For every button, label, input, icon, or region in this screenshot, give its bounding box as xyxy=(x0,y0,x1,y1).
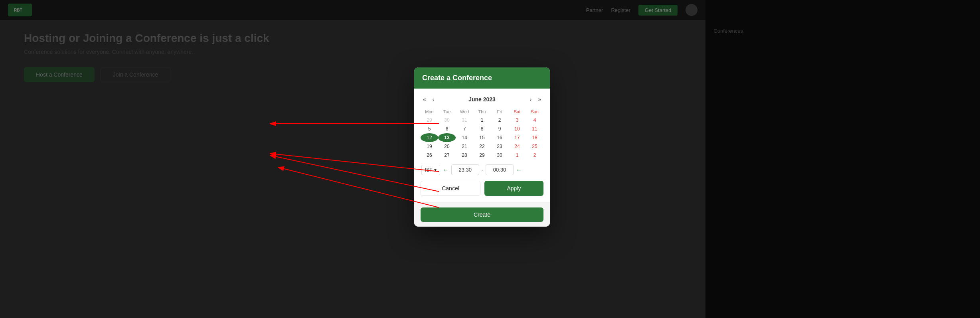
cal-day[interactable]: 2 xyxy=(491,116,508,124)
cal-day[interactable]: 17 xyxy=(508,133,526,142)
next-year-button[interactable]: » xyxy=(535,95,543,104)
cal-day[interactable]: 6 xyxy=(438,124,456,133)
time-left-arrow[interactable]: ← xyxy=(443,166,449,174)
cal-day[interactable]: 4 xyxy=(526,116,543,124)
weekday-wed: Wed xyxy=(456,108,473,116)
cal-day[interactable]: 26 xyxy=(421,151,438,160)
cal-day[interactable]: 18 xyxy=(526,133,543,142)
weekday-mon: Mon xyxy=(421,108,438,116)
cal-day[interactable]: 22 xyxy=(473,142,491,151)
modal-title: Create a Conference xyxy=(422,74,492,82)
chevron-down-icon: ▾ xyxy=(434,167,437,173)
calendar-week-3: 12 13 14 15 16 17 18 xyxy=(421,133,543,142)
cal-day[interactable]: 31 xyxy=(456,116,473,124)
apply-button[interactable]: Apply xyxy=(484,181,543,196)
modal-overlay: Create a Conference « ‹ June 2023 › » Mo… xyxy=(0,0,980,318)
modal-body: « ‹ June 2023 › » Mon Tue Wed Thu Fri Sa… xyxy=(414,89,550,202)
cal-day[interactable]: 8 xyxy=(473,124,491,133)
time-right-arrow[interactable]: ← xyxy=(516,166,522,174)
next-month-button[interactable]: › xyxy=(528,95,534,104)
cal-day[interactable]: 29 xyxy=(421,116,438,124)
cal-day[interactable]: 21 xyxy=(456,142,473,151)
prev-year-button[interactable]: « xyxy=(421,95,429,104)
create-button[interactable]: Create xyxy=(421,207,543,222)
weekday-tue: Tue xyxy=(438,108,456,116)
timezone-select[interactable]: IST ▾ xyxy=(421,165,440,175)
cal-day[interactable]: 1 xyxy=(473,116,491,124)
cal-day[interactable]: 5 xyxy=(421,124,438,133)
calendar-week-4: 19 20 21 22 23 24 25 xyxy=(421,142,543,151)
cancel-button[interactable]: Cancel xyxy=(421,181,480,196)
cal-day[interactable]: 28 xyxy=(456,151,473,160)
cal-day[interactable]: 16 xyxy=(491,133,508,142)
cal-day[interactable]: 24 xyxy=(508,142,526,151)
calendar-month-label: June 2023 xyxy=(438,96,526,103)
create-conference-modal: Create a Conference « ‹ June 2023 › » Mo… xyxy=(414,67,550,227)
cal-day[interactable]: 29 xyxy=(473,151,491,160)
weekday-fri: Fri xyxy=(491,108,508,116)
calendar-grid: Mon Tue Wed Thu Fri Sat Sun 29 30 31 xyxy=(421,108,543,160)
modal-header: Create a Conference xyxy=(414,67,550,89)
time-row: IST ▾ ← - ← xyxy=(421,164,543,175)
cal-day[interactable]: 11 xyxy=(526,124,543,133)
calendar-week-5: 26 27 28 29 30 1 2 xyxy=(421,151,543,160)
cal-day[interactable]: 9 xyxy=(491,124,508,133)
cal-day-13[interactable]: 13 xyxy=(438,133,456,142)
cal-day[interactable]: 30 xyxy=(438,116,456,124)
cal-day[interactable]: 27 xyxy=(438,151,456,160)
cal-day[interactable]: 1 xyxy=(508,151,526,160)
weekday-sun: Sun xyxy=(526,108,543,116)
cal-day[interactable]: 2 xyxy=(526,151,543,160)
time-separator: - xyxy=(482,167,483,173)
prev-month-button[interactable]: ‹ xyxy=(430,95,437,104)
cal-day[interactable]: 19 xyxy=(421,142,438,151)
cal-day-12[interactable]: 12 xyxy=(421,133,438,142)
cal-day[interactable]: 15 xyxy=(473,133,491,142)
cal-day[interactable]: 7 xyxy=(456,124,473,133)
calendar-week-2: 5 6 7 8 9 10 11 xyxy=(421,124,543,133)
time-start-input[interactable] xyxy=(451,164,479,175)
calendar-weekday-row: Mon Tue Wed Thu Fri Sat Sun xyxy=(421,108,543,116)
cal-day[interactable]: 3 xyxy=(508,116,526,124)
cal-day[interactable]: 14 xyxy=(456,133,473,142)
calendar-nav: « ‹ June 2023 › » xyxy=(421,95,543,104)
weekday-thu: Thu xyxy=(473,108,491,116)
time-end-input[interactable] xyxy=(486,164,514,175)
cal-day[interactable]: 30 xyxy=(491,151,508,160)
modal-action-buttons: Cancel Apply xyxy=(421,181,543,196)
timezone-label: IST xyxy=(425,167,433,173)
calendar-week-1: 29 30 31 1 2 3 4 xyxy=(421,116,543,124)
cal-day[interactable]: 10 xyxy=(508,124,526,133)
weekday-sat: Sat xyxy=(508,108,526,116)
cal-day[interactable]: 25 xyxy=(526,142,543,151)
cal-day[interactable]: 23 xyxy=(491,142,508,151)
cal-day[interactable]: 20 xyxy=(438,142,456,151)
modal-footer: Create xyxy=(414,202,550,227)
